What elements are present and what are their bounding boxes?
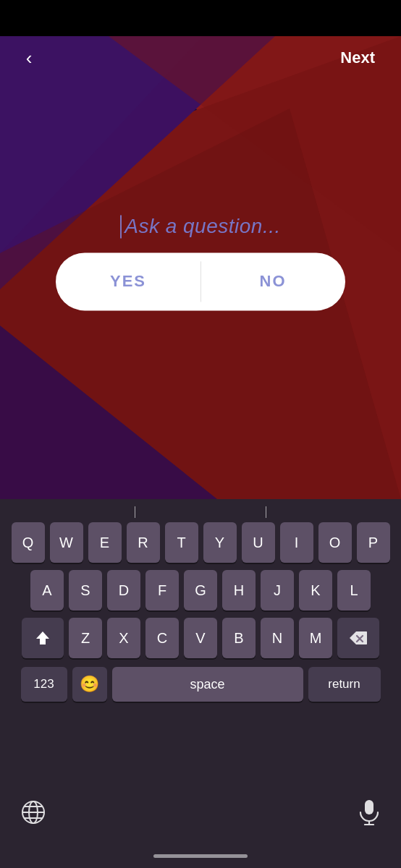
key-e[interactable]: E (88, 522, 122, 563)
key-g[interactable]: G (184, 570, 217, 610)
keyboard-area: Q W E R T Y U I O P A S D F G H J K L (0, 499, 401, 794)
no-button[interactable]: NO (200, 252, 345, 310)
shift-button[interactable] (22, 618, 64, 658)
globe-button[interactable] (20, 799, 46, 828)
keyboard-row-2: A S D F G H J K L (4, 570, 397, 610)
keyboard-extras (0, 794, 401, 843)
shift-icon (35, 630, 51, 646)
key-p[interactable]: P (357, 522, 390, 563)
key-j[interactable]: J (261, 570, 294, 610)
key-v[interactable]: V (184, 618, 217, 658)
yes-button[interactable]: YES (56, 252, 200, 310)
nav-bar: ‹ Next (0, 36, 401, 80)
question-area: Ask a question... YES NO (48, 215, 353, 310)
key-u[interactable]: U (242, 522, 275, 563)
microphone-button[interactable] (358, 799, 381, 828)
key-s[interactable]: S (69, 570, 102, 610)
key-l[interactable]: L (337, 570, 371, 610)
next-button[interactable]: Next (329, 43, 387, 73)
key-f[interactable]: F (145, 570, 179, 610)
key-i[interactable]: I (280, 522, 313, 563)
key-o[interactable]: O (318, 522, 352, 563)
key-q[interactable]: Q (12, 522, 45, 563)
space-button[interactable]: space (112, 667, 303, 702)
yes-no-pill: YES NO (56, 252, 345, 310)
key-d[interactable]: D (107, 570, 140, 610)
cursor-right (266, 506, 266, 518)
cursor-row (4, 505, 397, 519)
key-h[interactable]: H (222, 570, 256, 610)
story-area: ‹ Next Ask a question... YES NO (0, 36, 401, 499)
cursor-left (135, 506, 135, 518)
key-a[interactable]: A (30, 570, 64, 610)
key-r[interactable]: R (127, 522, 160, 563)
keyboard-rows: Q W E R T Y U I O P A S D F G H J K L (4, 522, 397, 794)
home-bar (153, 854, 248, 858)
key-t[interactable]: T (165, 522, 198, 563)
keyboard-bottom-row: 123 😊 space return (4, 667, 397, 702)
key-n[interactable]: N (261, 618, 294, 658)
key-x[interactable]: X (107, 618, 140, 658)
key-z[interactable]: Z (69, 618, 102, 658)
numbers-button[interactable]: 123 (21, 667, 67, 702)
key-k[interactable]: K (299, 570, 332, 610)
key-m[interactable]: M (299, 618, 332, 658)
key-w[interactable]: W (50, 522, 83, 563)
question-input[interactable]: Ask a question... (120, 215, 281, 238)
key-b[interactable]: B (222, 618, 256, 658)
home-indicator (0, 843, 401, 868)
back-button[interactable]: ‹ (14, 43, 43, 72)
keyboard-row-3: Z X C V B N M (4, 618, 397, 658)
svg-marker-8 (36, 631, 49, 644)
key-c[interactable]: C (145, 618, 179, 658)
svg-rect-14 (365, 800, 373, 814)
key-y[interactable]: Y (203, 522, 237, 563)
delete-button[interactable] (337, 618, 379, 658)
return-button[interactable]: return (308, 667, 381, 702)
keyboard-row-1: Q W E R T Y U I O P (4, 522, 397, 563)
status-bar (0, 0, 401, 36)
emoji-button[interactable]: 😊 (72, 667, 107, 702)
